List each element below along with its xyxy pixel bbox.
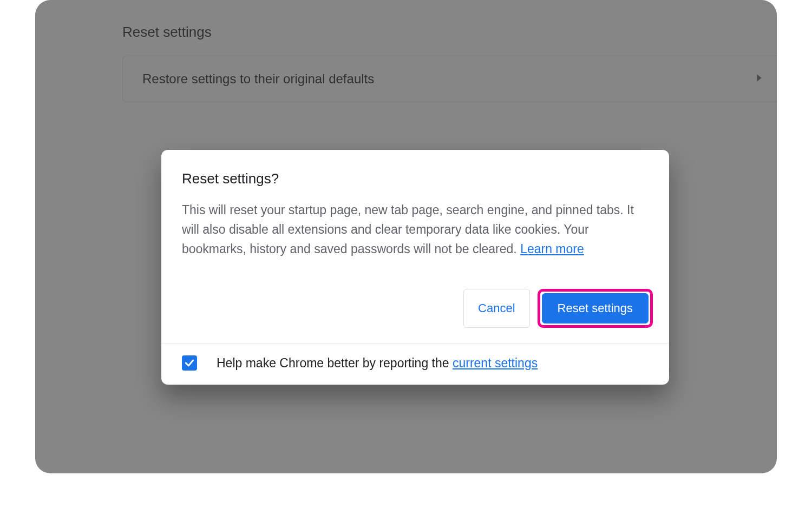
dialog-footer: Help make Chrome better by reporting the… <box>161 343 669 385</box>
dialog-description: This will reset your startup page, new t… <box>182 200 649 259</box>
current-settings-link[interactable]: current settings <box>453 356 538 370</box>
reset-settings-dialog: Reset settings? This will reset your sta… <box>161 150 669 385</box>
reset-settings-button[interactable]: Reset settings <box>542 293 649 323</box>
checkmark-icon <box>184 358 195 368</box>
cancel-button[interactable]: Cancel <box>463 289 529 328</box>
dialog-title: Reset settings? <box>182 170 649 187</box>
dialog-button-row: Cancel Reset settings <box>161 275 669 343</box>
highlight-annotation: Reset settings <box>538 289 653 328</box>
report-settings-checkbox[interactable] <box>182 355 197 371</box>
dialog-body: Reset settings? This will reset your sta… <box>161 150 669 275</box>
settings-window: Reset settings Restore settings to their… <box>35 0 777 473</box>
footer-text: Help make Chrome better by reporting the… <box>217 356 538 371</box>
learn-more-link[interactable]: Learn more <box>520 242 584 256</box>
footer-prefix: Help make Chrome better by reporting the <box>217 356 453 370</box>
